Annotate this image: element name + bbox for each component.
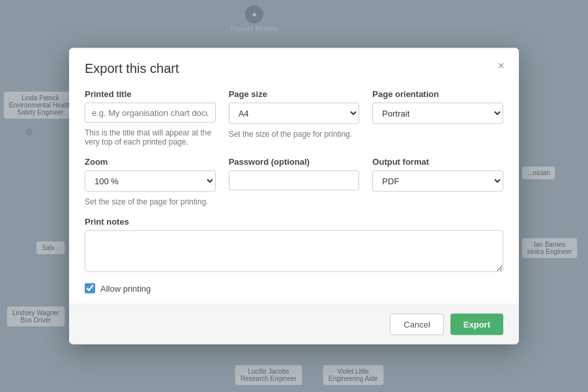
output-format-select[interactable]: PDF PNG SVG: [372, 171, 503, 192]
modal-title: Export this chart: [85, 61, 503, 76]
page-orientation-label: Page orientation: [372, 89, 503, 99]
page-size-select[interactable]: A4 A3 Letter Legal: [229, 103, 360, 124]
zoom-hint: Set the size of the page for printing.: [85, 197, 216, 206]
close-button[interactable]: ×: [495, 57, 507, 74]
zoom-select[interactable]: 50 % 75 % 100 % 125 % 150 %: [85, 171, 216, 192]
print-notes-group: Print notes: [85, 217, 503, 274]
allow-printing-label[interactable]: Allow printing: [100, 283, 151, 293]
output-format-label: Output format: [372, 157, 503, 167]
password-group: Password (optional): [229, 157, 360, 206]
output-format-group: Output format PDF PNG SVG: [372, 157, 503, 206]
password-label: Password (optional): [229, 157, 360, 167]
printed-title-hint: This is the title that will appear at th…: [85, 128, 216, 147]
zoom-label: Zoom: [85, 157, 216, 167]
printed-title-label: Printed title: [85, 89, 216, 99]
modal-footer: Cancel Export: [69, 304, 519, 344]
page-size-hint: Set the size of the page for printing.: [229, 130, 360, 139]
modal-body: Printed title This is the title that wil…: [69, 84, 519, 304]
form-row-1: Printed title This is the title that wil…: [85, 89, 503, 147]
allow-printing-checkbox[interactable]: [85, 283, 95, 294]
password-input[interactable]: [229, 171, 360, 191]
page-size-group: Page size A4 A3 Letter Legal Set the siz…: [229, 89, 360, 147]
export-modal: Export this chart × Printed title This i…: [69, 48, 519, 344]
modal-header: Export this chart ×: [69, 48, 519, 84]
form-row-2: Zoom 50 % 75 % 100 % 125 % 150 % Set the…: [85, 157, 503, 206]
page-orientation-group: Page orientation Portrait Landscape: [372, 89, 503, 147]
printed-title-group: Printed title This is the title that wil…: [85, 89, 216, 147]
cancel-button[interactable]: Cancel: [390, 314, 443, 335]
allow-printing-row: Allow printing: [85, 283, 503, 294]
print-notes-label: Print notes: [85, 217, 503, 227]
export-button[interactable]: Export: [450, 314, 503, 335]
page-orientation-select[interactable]: Portrait Landscape: [372, 103, 503, 124]
zoom-group: Zoom 50 % 75 % 100 % 125 % 150 % Set the…: [85, 157, 216, 206]
printed-title-input[interactable]: [85, 103, 216, 123]
page-size-label: Page size: [229, 89, 360, 99]
print-notes-textarea[interactable]: [85, 231, 503, 272]
